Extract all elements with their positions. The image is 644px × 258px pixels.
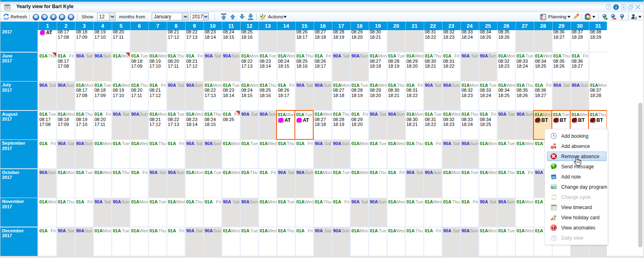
svg-text:1: 1 bbox=[553, 237, 555, 240]
svg-text:!: ! bbox=[553, 164, 554, 168]
svg-text:i: i bbox=[615, 5, 617, 9]
svg-text:?: ? bbox=[607, 5, 610, 9]
